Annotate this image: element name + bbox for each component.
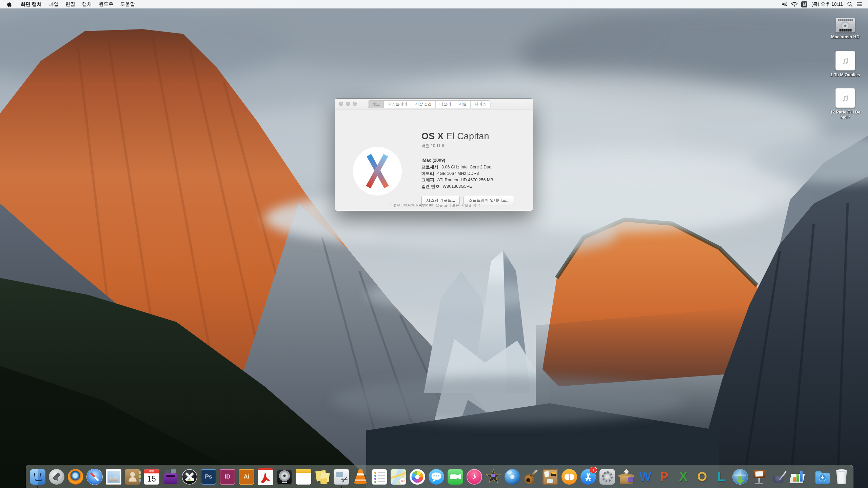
dock-ibooks-icon[interactable] — [560, 468, 578, 486]
spec-value: 3.06 GHz Intel Core 2 Duo — [441, 165, 491, 170]
menu-item-4[interactable]: 윈도우 — [95, 1, 117, 7]
close-button[interactable] — [339, 102, 343, 106]
os-title: OS X El Capitan — [421, 131, 514, 142]
os-title-strong: OS X — [421, 131, 443, 141]
dock-finder-icon[interactable] — [29, 468, 46, 486]
desktop-icon-macintosh-hd[interactable]: Macintosh HD — [825, 12, 866, 40]
dock-imovie-icon[interactable] — [485, 468, 502, 486]
tab-0-selected[interactable]: 개요 — [368, 101, 384, 108]
dock-toast-burner-icon[interactable] — [162, 468, 179, 486]
notification-badge: 1 — [590, 467, 597, 473]
tab-4[interactable]: 지원 — [455, 101, 471, 108]
minimize-button[interactable] — [346, 102, 350, 106]
menu-item-1[interactable]: 파일 — [45, 1, 62, 7]
dock-photoshop-icon[interactable]: Ps — [200, 468, 217, 486]
dock-itunes-icon[interactable]: ♪ — [466, 468, 483, 486]
dock-pages-icon[interactable] — [769, 468, 787, 486]
dock-stickies-icon[interactable] — [314, 468, 331, 486]
menu-item-app[interactable]: 화면 캡처 — [17, 1, 45, 7]
os-x-logo — [352, 146, 402, 196]
dock-vlc-icon[interactable] — [352, 468, 369, 486]
dock-grab-screen-capture-icon[interactable]: ✂ — [333, 468, 350, 486]
dock-reminders-icon[interactable] — [371, 468, 388, 486]
dock-mail-icon[interactable] — [105, 468, 122, 486]
dock-package-extractor-icon[interactable] — [617, 468, 635, 486]
tab-1[interactable]: 디스플레이 — [384, 101, 411, 108]
menu-item-3[interactable]: 캡처 — [79, 1, 95, 7]
traffic-lights — [339, 102, 357, 106]
dock-safari-icon[interactable] — [86, 468, 103, 486]
tab-2[interactable]: 저장 공간 — [411, 101, 436, 108]
dock-web-downloader-icon[interactable] — [731, 468, 749, 486]
spec-value: 4GB 1067 MHz DDR3 — [437, 171, 479, 176]
dock-facetime-icon[interactable] — [447, 468, 464, 486]
running-indicator — [341, 486, 342, 488]
wifi-icon[interactable] — [791, 2, 798, 7]
desktop-icon-1-tu-m-oublies[interactable]: ♫1 Tu M'Oublies — [825, 50, 866, 78]
spec-row: 프로세서3.06 GHz Intel Core 2 Duo — [421, 165, 514, 170]
dock-word-icon[interactable]: W — [636, 468, 654, 486]
desktop-icon-label: Macintosh HD — [825, 35, 866, 40]
dock-notes-icon[interactable] — [295, 468, 312, 486]
spotlight-search-icon[interactable] — [847, 1, 853, 7]
dock-messages-icon[interactable] — [428, 468, 445, 486]
spec-row: 일련 번호W801363G5PE — [421, 184, 514, 189]
dock-contacts-icon[interactable] — [124, 468, 141, 486]
spec-label: 메모리 — [421, 171, 434, 176]
spec-value: ATI Radeon HD 4670 256 MB — [437, 178, 493, 183]
mac-model: iMac (2009) — [421, 158, 514, 163]
spec-row: 그래픽ATI Radeon HD 4670 256 MB — [421, 178, 514, 183]
dock-calendar-icon[interactable]: 3월15 — [143, 468, 160, 486]
hard-drive-icon — [835, 18, 855, 33]
dock-downloads-folder-icon[interactable] — [814, 468, 831, 486]
dock-keynote-icon[interactable] — [750, 468, 768, 486]
dock-firefox-icon[interactable] — [67, 468, 84, 486]
dock-app-store-icon[interactable]: 1 — [579, 468, 597, 486]
desktop-icon-12-parle-t-il-de-moi-[interactable]: ♫12 Parle-T-Il DeMoi? — [825, 87, 866, 120]
dock-corkboard-app-icon[interactable] — [541, 468, 559, 486]
spec-label: 그래픽 — [421, 178, 434, 183]
about-tab-bar: 개요디스플레이저장 공간메모리지원서비스 — [368, 100, 490, 108]
dock-x-media-player-icon[interactable] — [181, 468, 198, 486]
menu-bar-clock[interactable]: (목) 오후 10:11 — [811, 1, 844, 7]
dock-acrobat-reader-icon[interactable] — [257, 468, 274, 486]
menu-item-5[interactable]: 도움말 — [117, 1, 139, 7]
about-this-mac-window: 개요디스플레이저장 공간메모리지원서비스 OS X El Capitan 버 — [335, 99, 533, 211]
volume-icon[interactable] — [781, 1, 788, 7]
dock-idvd-icon[interactable] — [504, 468, 521, 486]
dock: 3월15PsIDAi✂3D♪1WPXOL — [26, 465, 853, 488]
copyright-footer: ™ 및 © 1983-2016 Apple Inc. 모든 권리 보유. 사용권… — [335, 203, 533, 208]
dock-trash-icon[interactable] — [833, 468, 850, 486]
dock-garageband-icon[interactable] — [522, 468, 540, 486]
dock-illustrator-icon[interactable]: Ai — [238, 468, 255, 486]
dock-lync-icon[interactable]: L — [712, 468, 730, 486]
desktop-icon-label: 1 Tu M'Oublies — [825, 73, 866, 78]
spec-label: 일련 번호 — [421, 184, 439, 189]
window-title-bar[interactable]: 개요디스플레이저장 공간메모리지원서비스 — [335, 99, 533, 109]
audio-file-icon: ♫ — [835, 51, 855, 70]
notification-center-icon[interactable] — [856, 2, 863, 7]
dock-system-preferences-icon[interactable] — [598, 468, 616, 486]
dock-launchpad-icon[interactable] — [48, 468, 65, 486]
dock-excel-icon[interactable]: X — [674, 468, 692, 486]
dock-outlook-icon[interactable]: O — [693, 468, 711, 486]
tab-5[interactable]: 서비스 — [471, 101, 490, 108]
hardware-specs: 프로세서3.06 GHz Intel Core 2 Duo메모리4GB 1067… — [421, 165, 514, 189]
spec-row: 메모리4GB 1067 MHz DDR3 — [421, 171, 514, 176]
dock-numbers-icon[interactable] — [788, 468, 806, 486]
tab-3[interactable]: 메모리 — [436, 101, 455, 108]
dock-photos-icon[interactable] — [409, 468, 426, 486]
dock-disc-media-app-icon[interactable] — [276, 468, 293, 486]
os-title-light: El Capitan — [443, 131, 489, 141]
dock-powerpoint-icon[interactable]: P — [655, 468, 673, 486]
desktop: 화면 캡처파일편집캡처윈도우도움말 한 (목) 오후 10:11 Macinto… — [0, 0, 868, 488]
input-source-badge[interactable]: 한 — [801, 1, 807, 7]
spec-value: W801363G5PE — [442, 184, 472, 189]
desktop-icon-label: 12 Parle-T-Il DeMoi? — [825, 110, 866, 120]
dock-maps-icon[interactable]: 3D — [390, 468, 407, 486]
menu-bar: 화면 캡처파일편집캡처윈도우도움말 한 (목) 오후 10:11 — [0, 0, 868, 8]
menu-item-2[interactable]: 편집 — [62, 1, 79, 7]
apple-menu-icon[interactable] — [6, 1, 12, 7]
dock-indesign-icon[interactable]: ID — [219, 468, 236, 486]
zoom-button[interactable] — [353, 102, 357, 106]
